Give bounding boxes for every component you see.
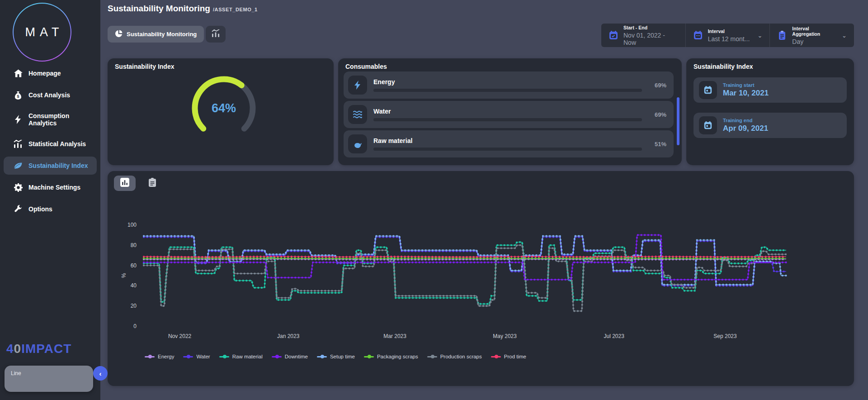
sustainability-index-training-card: Sustainability Index Training start Mar … (686, 58, 854, 165)
consumable-percent: 51% (648, 141, 666, 148)
interval-label: Interval (708, 29, 750, 34)
sidebar-item-consumption-analytics[interactable]: Consumption Analytics (4, 108, 97, 131)
legend-item-downtime[interactable]: Downtime (272, 354, 308, 359)
leaf-icon (14, 161, 23, 170)
legend-label: Production scraps (440, 354, 482, 359)
legend-marker (183, 356, 193, 357)
svg-text:20: 20 (131, 303, 137, 309)
money-bag-icon: $ (14, 90, 23, 100)
tab-label: Sustainability Monitoring (127, 31, 197, 38)
legend-item-packaging-scraps[interactable]: Packaging scraps (364, 354, 418, 359)
forty-impact-logo: 40IMPACT (6, 342, 71, 356)
svg-text:Mar 2023: Mar 2023 (383, 333, 406, 339)
water-waves-icon (348, 105, 367, 124)
legend-item-setup-time[interactable]: Setup time (317, 354, 355, 359)
stats-chart-icon (14, 139, 23, 148)
scrollbar-thumb[interactable] (677, 97, 679, 145)
legend-marker (317, 356, 327, 357)
legend-label: Prod time (504, 354, 526, 359)
sidebar-item-cost-analysis[interactable]: $ Cost Analysis (4, 86, 97, 104)
calendar-check-icon (609, 30, 618, 40)
chevron-down-icon[interactable]: ⌄ (842, 32, 847, 39)
legend-item-energy[interactable]: Energy (145, 354, 174, 359)
bolt-icon (14, 115, 23, 124)
tab-chart-view[interactable] (206, 26, 226, 43)
legend-label: Packaging scraps (377, 354, 418, 359)
consumable-row-energy: Energy 69% (344, 71, 674, 99)
sidebar: MAT Homepage $ Cost Analysis Consumption… (0, 0, 100, 400)
gear-icon (14, 183, 23, 192)
time-controls-bar: Start - End Nov 01, 2022 - Now Interval … (601, 24, 854, 47)
training-start-label: Training start (723, 82, 769, 88)
raw-material-icon (348, 134, 367, 153)
svg-text:May 2023: May 2023 (493, 333, 517, 339)
page-title: Sustainability Monitoring/ASSET_DEMO_1 (108, 4, 258, 14)
sidebar-item-machine-settings[interactable]: Machine Settings (4, 178, 97, 196)
legend-marker (364, 356, 374, 357)
chart-type-label: Line (11, 370, 21, 376)
calendar-icon (699, 81, 717, 99)
sidebar-nav: Homepage $ Cost Analysis Consumption Ana… (0, 62, 100, 220)
legend-label: Water (196, 354, 210, 359)
training-end-label: Training end (723, 118, 768, 123)
sidebar-item-statistical-analysis[interactable]: Statistical Analysis (4, 135, 97, 153)
aggregation-value: Day (792, 38, 837, 45)
consumable-percent: 69% (648, 82, 666, 89)
sidebar-item-sustainability-index[interactable]: Sustainability Index (4, 157, 97, 175)
sustainability-index-gauge-card: Sustainability Index 64% (108, 58, 334, 165)
svg-text:%: % (121, 273, 127, 278)
consumables-card: Consumables Energy 69% Water (338, 58, 682, 165)
legend-marker (491, 356, 501, 357)
chart-type-panel[interactable]: Line (5, 366, 93, 392)
legend-item-raw-material[interactable]: Raw material (219, 354, 263, 359)
sidebar-item-homepage[interactable]: Homepage (4, 64, 97, 82)
sidebar-item-label: Cost Analysis (28, 91, 70, 99)
home-icon (14, 69, 23, 78)
calendar-icon (693, 30, 703, 40)
sidebar-item-label: Sustainability Index (28, 162, 88, 169)
svg-text:Sep 2023: Sep 2023 (713, 333, 737, 339)
legend-dot (275, 355, 279, 358)
svg-text:60: 60 (131, 262, 137, 269)
training-end-tile: Training end Apr 09, 2021 (693, 113, 847, 138)
line-chart-canvas[interactable]: 020406080100Nov 2022Jan 2023Mar 2023May … (108, 171, 854, 352)
start-end-label: Start - End (623, 25, 678, 30)
gauge-value: 64% (188, 72, 260, 144)
tab-sustainability-monitoring[interactable]: Sustainability Monitoring (108, 26, 204, 43)
sidebar-item-label: Options (28, 205, 52, 213)
svg-text:0: 0 (133, 323, 137, 329)
svg-text:$: $ (17, 94, 19, 99)
legend-marker (219, 356, 229, 357)
pie-chart-icon (115, 30, 123, 39)
legend-dot (495, 355, 498, 358)
svg-text:Jan 2023: Jan 2023 (277, 333, 300, 339)
legend-label: Energy (158, 354, 174, 359)
start-end-picker[interactable]: Start - End Nov 01, 2022 - Now (601, 24, 685, 47)
legend-marker (272, 356, 282, 357)
legend-item-production-scraps[interactable]: Production scraps (427, 354, 482, 359)
svg-text:Jul 2023: Jul 2023 (604, 333, 624, 339)
consumable-percent: 69% (648, 111, 666, 118)
legend-dot (223, 355, 226, 358)
svg-text:Nov 2022: Nov 2022 (168, 333, 192, 339)
sidebar-item-options[interactable]: Options (4, 200, 97, 218)
legend-marker (145, 356, 155, 357)
collapse-sidebar-button[interactable]: ‹ (93, 366, 108, 381)
mat-logo: MAT (13, 3, 71, 62)
interval-select[interactable]: Interval Last 12 mont... ⌄ (685, 24, 770, 47)
sidebar-item-label: Homepage (28, 70, 61, 77)
bolt-icon (348, 76, 367, 95)
aggregation-select[interactable]: Interval Aggregation Day ⌄ (769, 24, 854, 47)
interval-value: Last 12 mont... (708, 35, 750, 43)
training-list: Training start Mar 10, 2021 Training end… (693, 77, 847, 138)
training-start-tile: Training start Mar 10, 2021 (693, 77, 847, 103)
legend-label: Downtime (285, 354, 308, 359)
legend-dot (431, 355, 434, 358)
legend-item-water[interactable]: Water (183, 354, 210, 359)
consumable-row-water: Water 69% (344, 101, 674, 128)
consumable-label: Energy (373, 78, 642, 86)
legend-dot (321, 355, 324, 358)
legend-dot (368, 355, 371, 358)
chevron-down-icon[interactable]: ⌄ (757, 32, 762, 39)
legend-item-prod-time[interactable]: Prod time (491, 354, 526, 359)
